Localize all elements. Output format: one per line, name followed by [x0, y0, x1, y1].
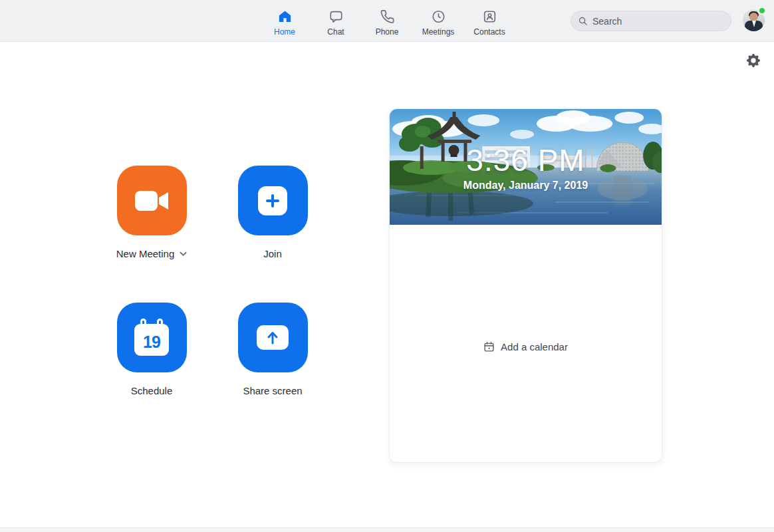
new-meeting-button[interactable]: New Meeting — [98, 166, 205, 259]
tab-home[interactable]: Home — [259, 0, 311, 42]
zoom-app-window: Home Chat Phone — [0, 0, 774, 532]
tab-meetings-label: Meetings — [422, 27, 455, 37]
settings-gear-button[interactable] — [745, 52, 762, 69]
clock-photo-banner: 3:36 PM Monday, January 7, 2019 — [390, 109, 662, 225]
search-box — [571, 11, 731, 31]
contacts-icon — [481, 9, 497, 25]
home-card: 3:36 PM Monday, January 7, 2019 Add a ca… — [389, 108, 662, 463]
new-meeting-label: New Meeting — [116, 248, 175, 259]
schedule-label: Schedule — [131, 385, 173, 396]
add-calendar-label: Add a calendar — [501, 341, 568, 352]
join-button[interactable]: Join — [219, 166, 326, 259]
calendar-small-icon — [483, 341, 495, 352]
plus-icon — [258, 186, 287, 215]
tab-contacts-label: Contacts — [473, 27, 505, 37]
meetings-clock-icon — [430, 9, 446, 25]
tab-phone[interactable]: Phone — [362, 0, 413, 42]
tab-home-label: Home — [274, 27, 295, 37]
share-screen-button[interactable]: Share screen — [219, 303, 326, 396]
search-icon — [578, 16, 588, 26]
join-label: Join — [263, 248, 282, 259]
top-navigation-bar: Home Chat Phone — [0, 0, 774, 42]
calendar-day-number: 19 — [134, 332, 169, 352]
chevron-down-icon[interactable] — [180, 251, 187, 257]
tab-chat[interactable]: Chat — [311, 0, 362, 42]
add-calendar-button[interactable]: Add a calendar — [390, 338, 662, 355]
presence-status-dot — [758, 7, 766, 15]
gear-icon — [747, 54, 760, 67]
clock-time: 3:36 PM — [390, 142, 662, 178]
search-input[interactable] — [592, 16, 724, 27]
tab-phone-label: Phone — [376, 27, 399, 37]
main-tabs: Home Chat Phone — [259, 0, 515, 42]
share-screen-label: Share screen — [243, 385, 302, 396]
home-icon — [277, 9, 293, 25]
phone-icon — [379, 9, 395, 25]
chat-icon — [328, 9, 344, 25]
tab-contacts[interactable]: Contacts — [464, 0, 515, 42]
tab-chat-label: Chat — [327, 27, 344, 37]
tab-meetings[interactable]: Meetings — [413, 0, 464, 42]
calendar-icon: 19 — [134, 324, 169, 356]
arrow-up-icon — [257, 325, 289, 350]
video-camera-icon — [134, 187, 170, 215]
clock-date: Monday, January 7, 2019 — [390, 180, 662, 192]
schedule-button[interactable]: 19 Schedule — [98, 303, 205, 396]
window-bottom-edge — [0, 527, 774, 532]
